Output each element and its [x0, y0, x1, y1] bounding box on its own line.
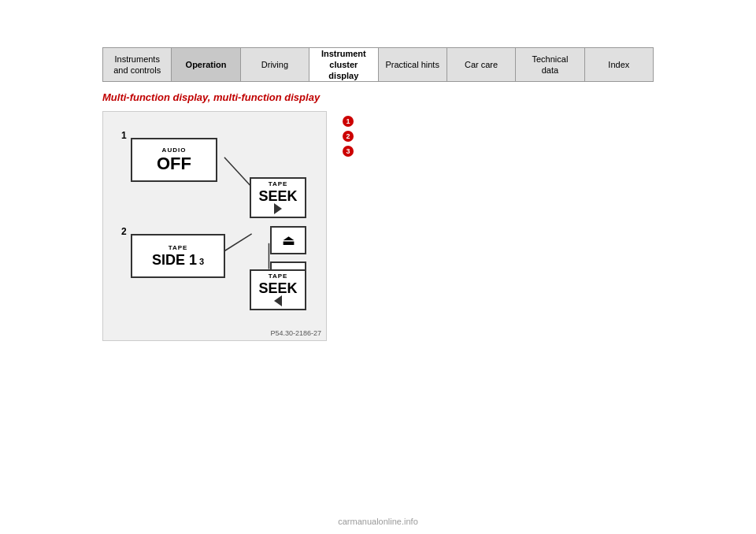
nav-driving[interactable]: Driving	[241, 48, 309, 81]
tape-seek-bottom-box: TAPE SEEK	[250, 269, 306, 310]
nav-technical[interactable]: Technical data	[516, 48, 584, 81]
num-circle-1: 1	[343, 116, 354, 127]
num-circle-2: 2	[343, 131, 354, 142]
nav-car-care[interactable]: Car care	[447, 48, 516, 81]
diagram-container: 1 AUDIO OFF 2 TAPE SIDE 1 3 TAPE SEEK	[102, 111, 327, 341]
image-reference: P54.30-2186-27	[270, 329, 321, 337]
num-circle-3: 3	[343, 146, 354, 157]
svg-line-0	[224, 158, 252, 187]
num-label-1: 1	[121, 130, 127, 141]
page-title: Multi-function display, multi-function d…	[102, 91, 654, 103]
diagram-inner: 1 AUDIO OFF 2 TAPE SIDE 1 3 TAPE SEEK	[115, 124, 314, 328]
content-area: 1 AUDIO OFF 2 TAPE SIDE 1 3 TAPE SEEK	[102, 111, 654, 341]
list-item-1: 1	[343, 115, 654, 127]
audio-off-box: AUDIO OFF	[131, 138, 217, 182]
nav-practical[interactable]: Practical hints	[379, 48, 447, 81]
tape-side-box: TAPE SIDE 1 3	[131, 234, 225, 278]
list-item-2: 2	[343, 130, 654, 142]
num-label-3: 3	[199, 257, 204, 266]
arrow-left-icon	[274, 295, 282, 306]
arrow-right-icon	[274, 203, 282, 214]
num-label-2: 2	[121, 226, 127, 237]
tape-seek-top-box: TAPE SEEK	[250, 177, 306, 218]
footer-watermark: carmanualonline.info	[0, 517, 756, 526]
eject-icon: ⏏	[282, 232, 295, 249]
nav-instrument-cluster[interactable]: Instrument cluster display	[309, 48, 378, 81]
nav-operation[interactable]: Operation	[172, 48, 240, 81]
list-item-3: 3	[343, 145, 654, 157]
svg-line-1	[224, 234, 252, 251]
navigation-bar: Instruments and controls Operation Drivi…	[102, 47, 654, 82]
numbered-list: 1 2 3	[343, 111, 654, 341]
nav-index[interactable]: Index	[585, 48, 653, 81]
eject-box: ⏏	[270, 226, 306, 254]
nav-instruments[interactable]: Instruments and controls	[103, 48, 172, 81]
